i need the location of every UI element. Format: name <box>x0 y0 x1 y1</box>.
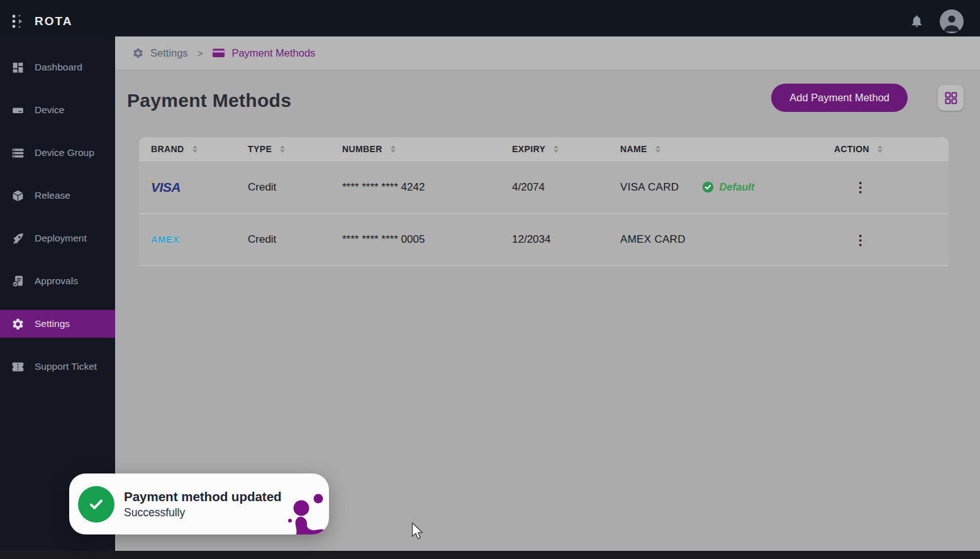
number-cell: **** **** **** 4242 <box>342 181 512 194</box>
sidebar-item-settings[interactable]: Settings <box>0 310 115 338</box>
toast-subtitle: Successfully <box>124 506 282 519</box>
action-cell: ⋮ <box>834 230 949 249</box>
device-icon <box>11 104 25 117</box>
breadcrumb-separator: > <box>198 48 203 58</box>
column-header-expiry[interactable]: EXPIRY <box>512 144 620 154</box>
number-cell: **** **** **** 0005 <box>342 233 512 246</box>
sort-icon <box>192 145 198 153</box>
type-cell: Credit <box>248 233 342 246</box>
visa-logo: VISA <box>151 180 181 195</box>
gear-icon <box>11 318 25 331</box>
breadcrumb-settings-link[interactable]: Settings <box>150 47 188 59</box>
top-bar: ROTA <box>0 0 980 36</box>
sidebar-item-label: Device <box>35 104 64 116</box>
sidebar-item-dashboard[interactable]: Dashboard <box>0 53 115 81</box>
amex-logo: AMEX <box>151 234 179 245</box>
table-row-visa: VISA Credit **** **** **** 4242 4/2074 V… <box>139 160 949 213</box>
sidebar-item-label: Release <box>35 190 70 201</box>
breadcrumb-bar: ‹ Settings > Payment Methods <box>115 36 980 70</box>
sidebar-item-device-group[interactable]: Device Group <box>0 139 115 167</box>
grid-view-button[interactable] <box>938 85 964 111</box>
avatar[interactable] <box>940 9 964 33</box>
kebab-menu-icon[interactable]: ⋮ <box>852 178 869 197</box>
sidebar-item-label: Settings <box>35 318 70 329</box>
page-title: Payment Methods <box>127 90 291 111</box>
payment-methods-table: BRAND TYPE NUMBER EXPIRY NAME ACTION <box>139 137 949 266</box>
type-cell: Credit <box>248 181 342 194</box>
sort-icon <box>554 145 559 153</box>
device-group-icon <box>11 147 25 160</box>
window-bottom-strip <box>0 551 980 559</box>
sidebar-item-release[interactable]: Release <box>0 182 115 209</box>
table-row-amex: AMEX Credit **** **** **** 0005 12/2034 … <box>139 213 949 266</box>
sort-icon <box>391 145 396 153</box>
expiry-cell: 4/2074 <box>512 181 620 194</box>
check-circle-icon <box>78 486 114 523</box>
app-title: ROTA <box>35 14 72 28</box>
sort-icon <box>655 145 660 153</box>
sidebar-item-label: Device Group <box>35 147 94 158</box>
rocket-icon <box>11 232 25 245</box>
sidebar-item-label: Approvals <box>35 275 78 287</box>
column-header-number[interactable]: NUMBER <box>342 144 512 154</box>
approvals-icon <box>11 275 25 288</box>
name-cell: AMEX CARD <box>620 233 834 246</box>
splash-decoration <box>279 489 329 534</box>
release-icon <box>11 189 25 202</box>
dashboard-icon <box>11 61 25 74</box>
toast-notification: Payment method updated Successfully <box>69 473 329 534</box>
table-header-row: BRAND TYPE NUMBER EXPIRY NAME ACTION <box>139 137 949 160</box>
toast-text: Payment method updated Successfully <box>124 489 282 519</box>
credit-card-icon <box>212 48 225 58</box>
ticket-icon <box>11 360 25 374</box>
column-header-brand[interactable]: BRAND <box>139 144 248 154</box>
sidebar-item-label: Support Ticket <box>35 361 97 372</box>
sidebar-item-deployment[interactable]: Deployment <box>0 224 115 252</box>
add-payment-method-button[interactable]: Add Payment Method <box>771 84 908 112</box>
sort-icon <box>877 145 883 153</box>
page-header: Payment Methods Add Payment Method <box>115 70 980 131</box>
bell-icon[interactable] <box>910 14 925 29</box>
kebab-menu-icon[interactable]: ⋮ <box>852 230 869 249</box>
rota-logo-icon[interactable] <box>10 12 26 31</box>
sidebar-item-label: Dashboard <box>35 62 82 73</box>
column-header-type[interactable]: TYPE <box>248 144 342 154</box>
sidebar-item-device[interactable]: Device <box>0 96 115 124</box>
toast-title: Payment method updated <box>124 489 282 504</box>
action-cell: ⋮ <box>834 178 949 197</box>
check-circle-icon <box>702 181 714 193</box>
sidebar-item-approvals[interactable]: Approvals <box>0 267 115 295</box>
sidebar-item-support-ticket[interactable]: Support Ticket <box>0 353 115 380</box>
column-header-name[interactable]: NAME <box>620 144 834 154</box>
default-badge: Default <box>702 181 754 193</box>
sidebar-item-label: Deployment <box>35 233 87 244</box>
brand-cell: AMEX <box>139 233 248 246</box>
column-header-action[interactable]: ACTION <box>834 144 949 154</box>
mouse-cursor <box>411 522 425 541</box>
name-cell: VISA CARD Default <box>620 181 834 194</box>
brand: ROTA <box>10 12 72 31</box>
expiry-cell: 12/2034 <box>512 233 620 246</box>
breadcrumb-payment-methods[interactable]: Payment Methods <box>231 47 315 59</box>
sort-icon <box>280 145 285 153</box>
brand-cell: VISA <box>139 180 248 195</box>
gear-icon <box>132 47 144 59</box>
grid-icon <box>944 91 959 106</box>
breadcrumb: Settings > Payment Methods <box>132 47 315 59</box>
